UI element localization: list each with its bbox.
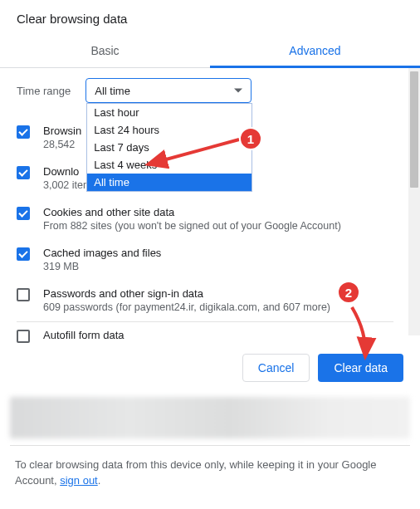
time-range-row: Time range All time Last hour Last 24 ho… (17, 78, 405, 103)
item-title: Passwords and other sign-in data (43, 287, 330, 300)
tab-basic[interactable]: Basic (0, 36, 210, 67)
item-title: Autofill form data (43, 329, 125, 341)
scroll-thumb[interactable] (410, 71, 418, 188)
dropdown-option[interactable]: Last hour (87, 104, 252, 121)
chevron-down-icon (234, 89, 242, 93)
checkbox[interactable] (17, 207, 30, 220)
list-item: Cookies and other site data From 882 sit… (17, 199, 405, 240)
checkbox[interactable] (17, 247, 30, 261)
item-title: Cached images and files (43, 247, 161, 259)
scrollbar[interactable] (408, 68, 420, 335)
tab-advanced[interactable]: Advanced (210, 36, 420, 67)
item-title: Cookies and other site data (43, 206, 341, 218)
list-item: Autofill form data (17, 322, 405, 351)
checkbox[interactable] (17, 330, 30, 343)
list-item: Passwords and other sign-in data 609 pas… (17, 281, 405, 321)
time-range-value: All time (95, 85, 130, 97)
item-title: Browsin (43, 125, 81, 137)
sign-out-link[interactable]: sign out (60, 474, 98, 487)
dialog-title: Clear browsing data (0, 0, 420, 36)
time-range-dropdown: Last hour Last 24 hours Last 7 days Last… (86, 103, 252, 192)
tab-bar: Basic Advanced (0, 36, 420, 68)
divider (10, 445, 410, 446)
checkbox[interactable] (17, 125, 30, 139)
dropdown-option[interactable]: Last 7 days (87, 139, 252, 156)
list-item: Cached images and files 319 MB (17, 240, 405, 281)
item-subtitle: 609 passwords (for payment24.ir, digikal… (43, 301, 330, 313)
item-subtitle: From 882 sites (you won't be signed out … (43, 220, 341, 232)
time-range-select[interactable]: All time Last hour Last 24 hours Last 7 … (85, 78, 252, 103)
item-subtitle: 28,542 (43, 139, 81, 150)
note-text: . (98, 474, 101, 487)
dropdown-option[interactable]: Last 4 weeks (87, 156, 252, 174)
dropdown-option-selected[interactable]: All time (87, 174, 252, 191)
redacted-region (10, 397, 410, 438)
checkbox[interactable] (17, 288, 30, 301)
footer-note: To clear browsing data from this device … (0, 458, 420, 504)
dropdown-option[interactable]: Last 24 hours (87, 121, 252, 139)
cancel-button[interactable]: Cancel (242, 354, 310, 382)
time-range-label: Time range (17, 85, 71, 97)
clear-data-button[interactable]: Clear data (318, 354, 403, 382)
checkbox[interactable] (17, 166, 30, 179)
dialog-body: Time range All time Last hour Last 24 ho… (0, 68, 420, 335)
item-subtitle: 319 MB (43, 261, 161, 272)
